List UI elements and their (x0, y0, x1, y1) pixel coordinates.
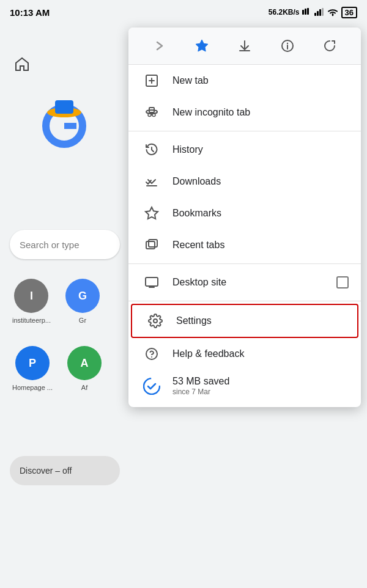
menu-item-help[interactable]: Help & feedback (128, 338, 361, 370)
menu-item-new-tab[interactable]: New tab (128, 65, 361, 97)
svg-marker-24 (146, 207, 158, 219)
shortcuts-row-2: P Homepage ... A Af (12, 346, 102, 391)
menu-item-history[interactable]: History (128, 134, 361, 166)
menu-item-incognito[interactable]: New incognito tab (128, 97, 361, 128)
saved-info: 53 MB saved since 7 Mar (172, 376, 229, 396)
settings-label: Settings (176, 315, 345, 326)
shortcut-circle-2: G (65, 279, 100, 313)
status-time: 10:13 AM (10, 7, 50, 18)
new-tab-icon (141, 73, 163, 88)
reload-button[interactable] (319, 35, 341, 57)
incognito-icon (141, 105, 163, 120)
google-logo (37, 95, 98, 156)
menu-item-recent-tabs[interactable]: Recent tabs (128, 229, 361, 261)
help-icon (141, 347, 163, 361)
help-label: Help & feedback (172, 348, 349, 359)
toolbar-row (128, 28, 361, 65)
shortcut-label-2: Gr (79, 317, 86, 324)
desktop-site-label: Desktop site (172, 277, 336, 288)
incognito-label: New incognito tab (172, 107, 349, 118)
status-icons: 56.2KB/s 36 (269, 7, 357, 18)
svg-rect-27 (146, 277, 158, 286)
info-button[interactable] (276, 35, 298, 57)
svg-rect-26 (149, 240, 157, 247)
bookmarks-icon (141, 206, 163, 221)
downloads-label: Downloads (172, 176, 349, 187)
shortcut-circle-3: P (15, 346, 50, 380)
network-speed: 56.2KB/s (269, 8, 300, 17)
recent-tabs-label: Recent tabs (172, 240, 349, 251)
svg-rect-1 (305, 9, 306, 15)
history-icon (141, 142, 163, 157)
svg-point-21 (152, 114, 155, 117)
signal-icon (314, 8, 324, 17)
menu-item-settings[interactable]: Settings (131, 304, 358, 338)
home-icon[interactable] (13, 56, 31, 73)
wifi-icon (327, 8, 339, 17)
svg-point-14 (286, 43, 287, 44)
svg-point-33 (144, 378, 160, 394)
menu-item-bookmarks[interactable]: Bookmarks (128, 197, 361, 229)
search-bar-placeholder: Search or type (20, 240, 80, 250)
shortcut-circle-1: I (14, 279, 48, 313)
divider-3 (128, 301, 361, 301)
shortcut-instituteerp[interactable]: I instituteerp... (12, 279, 51, 324)
shortcut-circle-4: A (67, 346, 102, 380)
shortcut-label-1: instituteerp... (12, 317, 51, 324)
divider-1 (128, 131, 361, 131)
svg-rect-0 (302, 10, 304, 15)
new-tab-label: New tab (172, 75, 349, 86)
menu-item-desktop-site[interactable]: Desktop site (128, 266, 361, 298)
recent-tabs-icon (141, 238, 163, 252)
shortcut-gr[interactable]: G Gr (65, 279, 100, 324)
svg-marker-10 (196, 40, 208, 51)
svg-rect-25 (146, 241, 155, 249)
saved-label: 53 MB saved (172, 376, 229, 387)
discover-off-button[interactable]: Discover – off (10, 456, 120, 485)
desktop-site-checkbox[interactable] (336, 276, 349, 288)
lte-icon (302, 8, 312, 17)
svg-rect-2 (307, 8, 309, 15)
svg-rect-3 (314, 13, 316, 16)
svg-point-20 (148, 114, 151, 117)
discover-off-label: Discover – off (20, 466, 72, 476)
menu-item-downloads[interactable]: Downloads (128, 166, 361, 197)
bookmark-button[interactable] (191, 35, 213, 57)
forward-button[interactable] (149, 35, 171, 57)
shortcut-label-4: Af (81, 384, 87, 391)
download-button[interactable] (234, 35, 256, 57)
downloads-icon (141, 174, 163, 189)
shortcuts-row-1: I instituteerp... G Gr (12, 279, 100, 324)
search-bar[interactable]: Search or type (10, 230, 120, 259)
bookmarks-label: Bookmarks (172, 208, 349, 219)
svg-rect-4 (317, 11, 319, 16)
dropdown-menu: New tab New incognito tab (128, 28, 361, 407)
desktop-site-icon (141, 275, 163, 290)
svg-rect-6 (322, 8, 324, 16)
status-bar: 10:13 AM 56.2KB/s 36 (0, 0, 367, 22)
svg-point-30 (154, 319, 157, 323)
shortcut-af[interactable]: A Af (67, 346, 102, 391)
history-label: History (172, 144, 349, 155)
saved-sublabel: since 7 Mar (172, 388, 229, 396)
svg-rect-9 (55, 100, 73, 114)
shortcut-label-3: Homepage ... (12, 384, 53, 391)
battery-icon: 36 (341, 7, 357, 18)
shortcut-homepage[interactable]: P Homepage ... (12, 346, 53, 391)
svg-point-32 (151, 356, 152, 358)
divider-2 (128, 263, 361, 264)
saved-icon (141, 378, 163, 395)
svg-rect-5 (319, 9, 321, 16)
menu-item-saved[interactable]: 53 MB saved since 7 Mar (128, 370, 361, 402)
settings-icon (144, 314, 166, 328)
